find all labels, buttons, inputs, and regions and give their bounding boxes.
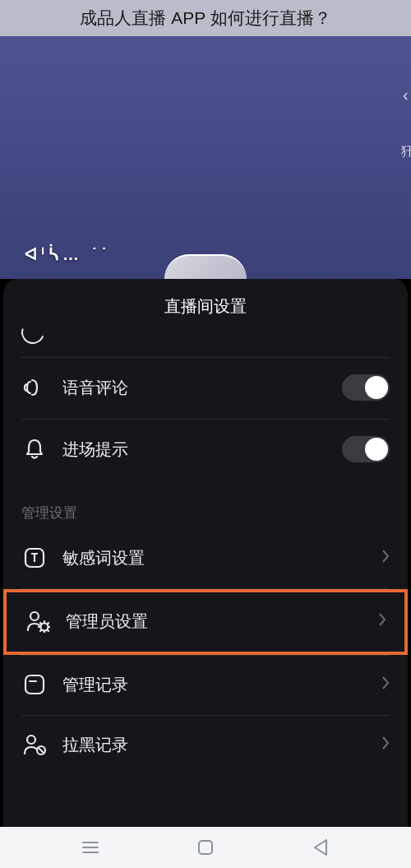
- partial-cutoff-row: [21, 337, 390, 357]
- voice-comment-label: 语音评论: [62, 377, 342, 399]
- nav-back-button[interactable]: [307, 834, 334, 861]
- enter-notice-row[interactable]: 进场提示: [3, 420, 408, 480]
- record-icon: [21, 672, 48, 697]
- chevron-right-icon: [378, 612, 386, 630]
- chevron-right-icon: [381, 675, 390, 694]
- nav-recent-button[interactable]: [77, 834, 104, 861]
- admin-icon: [25, 609, 51, 634]
- sensitive-words-label: 敏感词设置: [62, 547, 381, 569]
- toggle-knob: [365, 438, 388, 461]
- settings-sheet: 直播间设置 语音评论 进场提示 管理设置: [3, 279, 408, 827]
- voice-comment-toggle[interactable]: [342, 374, 390, 401]
- manage-record-label: 管理记录: [62, 674, 381, 696]
- svg-point-4: [27, 736, 35, 744]
- nav-home-button[interactable]: [192, 834, 219, 861]
- svg-point-1: [30, 612, 39, 620]
- bg-decor: 犴: [401, 143, 411, 160]
- sensitive-words-row[interactable]: 敏感词设置: [3, 529, 408, 588]
- page-title-text: 成品人直播 APP 如何进行直播？: [80, 7, 330, 30]
- admin-setting-highlight: 管理员设置: [3, 589, 408, 655]
- manage-record-row[interactable]: 管理记录: [3, 656, 408, 715]
- admin-setting-label: 管理员设置: [66, 610, 378, 633]
- sound-icon: [21, 375, 48, 400]
- system-nav-bar: [0, 827, 411, 868]
- enter-notice-label: 进场提示: [62, 439, 342, 461]
- bg-decor: ‹: [403, 86, 411, 102]
- page-title-bar: 成品人直播 APP 如何进行直播？: [0, 0, 411, 36]
- admin-setting-row[interactable]: 管理员设置: [7, 592, 404, 652]
- blocklist-row[interactable]: 拉黑记录: [3, 716, 408, 775]
- sheet-title: 直播间设置: [3, 279, 408, 337]
- chevron-right-icon: [381, 549, 390, 567]
- manage-section-header: 管理设置: [3, 480, 408, 529]
- chevron-right-icon: [381, 736, 390, 754]
- svg-rect-9: [199, 841, 212, 854]
- toggle-knob: [365, 376, 388, 399]
- voice-comment-row[interactable]: 语音评论: [3, 358, 408, 419]
- svg-rect-3: [25, 675, 44, 694]
- block-icon: [21, 732, 48, 757]
- text-box-icon: [21, 545, 48, 570]
- bell-icon: [21, 437, 48, 462]
- avatar-partial: [164, 254, 247, 279]
- enter-notice-toggle[interactable]: [342, 436, 390, 462]
- live-preview-background: ‹ 犴 ᐊᑊᓵ… ˙˙: [0, 36, 411, 279]
- preview-text-fragment: ᐊᑊᓵ… ˙˙: [25, 244, 111, 264]
- blocklist-label: 拉黑记录: [62, 734, 381, 756]
